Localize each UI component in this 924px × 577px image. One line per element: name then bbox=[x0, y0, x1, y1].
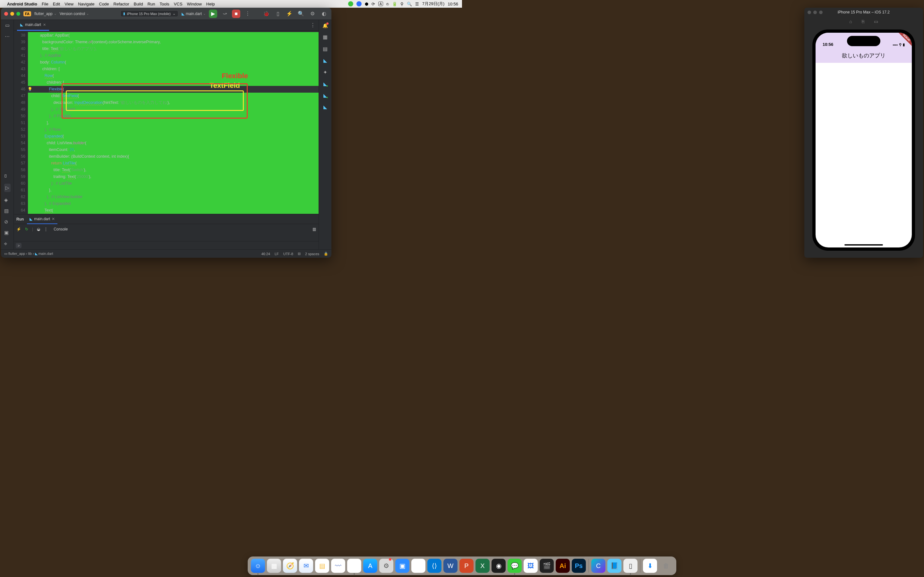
git-icon[interactable]: ⎆ bbox=[4, 241, 11, 246]
flutter-icon: ◣ bbox=[182, 11, 184, 16]
bluetooth-icon[interactable]: ⎋ bbox=[386, 2, 389, 6]
input-icon[interactable]: A bbox=[378, 2, 383, 6]
menu-navigate[interactable]: Navigate bbox=[78, 2, 94, 6]
menu-refactor[interactable]: Refactor bbox=[113, 2, 129, 6]
flutter-icon: ◣ bbox=[29, 217, 32, 221]
zoom-menubar-icon[interactable] bbox=[357, 1, 362, 6]
annotation-flexible-label: Flexible bbox=[222, 73, 248, 79]
notifications-icon[interactable]: 🔔 bbox=[322, 23, 328, 28]
flutter-inspector-icon[interactable]: ◣● bbox=[323, 81, 327, 87]
annotation-textfield-label: TextField bbox=[210, 82, 240, 89]
lock-icon[interactable]: 🔒 bbox=[324, 251, 328, 256]
rw-icon[interactable]: ⊟ bbox=[298, 251, 300, 256]
menu-code[interactable]: Code bbox=[99, 2, 109, 6]
minimize-window-icon[interactable] bbox=[10, 12, 14, 16]
problems-icon[interactable]: ⊘ bbox=[4, 219, 11, 225]
diamond-icon[interactable]: ◈ bbox=[4, 197, 11, 203]
run-breadcrumb-bar: > bbox=[14, 241, 318, 250]
flutter-tool-icon[interactable]: ◣ bbox=[323, 58, 327, 63]
chevron-right-icon[interactable]: > bbox=[16, 243, 21, 248]
close-tab-icon[interactable]: ✕ bbox=[43, 23, 46, 27]
assist-icon[interactable]: ✦ bbox=[323, 69, 327, 75]
menu-help[interactable]: Help bbox=[206, 2, 215, 6]
chevron-down-icon: ⌄ bbox=[203, 12, 206, 15]
vcs-selector[interactable]: Version control⌄ bbox=[60, 11, 89, 16]
stop-button[interactable]: ■ bbox=[232, 10, 240, 18]
more-actions-icon[interactable]: ⋮ bbox=[244, 10, 252, 18]
project-selector[interactable]: flutter_app⌄ bbox=[34, 11, 57, 16]
menu-file[interactable]: File bbox=[42, 2, 48, 6]
menu-run[interactable]: Run bbox=[148, 2, 155, 6]
device-manager-icon[interactable]: ▦ bbox=[323, 34, 328, 40]
bolt-icon[interactable]: ⚡ bbox=[285, 10, 294, 18]
layout-icon[interactable]: ▥ bbox=[312, 227, 316, 231]
search-icon[interactable]: 🔍 bbox=[297, 10, 305, 18]
tab-overflow-icon[interactable]: ⋮ bbox=[310, 22, 315, 28]
settings-icon[interactable]: ⚙ bbox=[309, 10, 317, 18]
flutter-perf-icon[interactable]: ◣ bbox=[323, 104, 327, 110]
terminal-icon[interactable]: ▣ bbox=[4, 230, 11, 235]
restart-icon[interactable]: ↻ bbox=[25, 227, 28, 231]
menu-view[interactable]: View bbox=[65, 2, 73, 6]
menu-tools[interactable]: Tools bbox=[160, 2, 170, 6]
bug-icon[interactable]: 🐞 bbox=[262, 10, 270, 18]
mac-menubar: Android Studio File Edit View Navigate C… bbox=[0, 0, 462, 8]
wifi-icon[interactable]: ⚲ bbox=[401, 2, 404, 6]
run-config-selector[interactable]: ◣ main.dart ⌄ bbox=[182, 11, 206, 16]
menubar-status-icons: ⬢ ⟳ A ⎋ 🔋 ⚲ 🔍 ☰ 7月29日(月) 10:56 bbox=[348, 1, 458, 7]
device-selector[interactable]: ▮ iPhone 15 Pro Max (mobile) ⌄ bbox=[120, 10, 178, 17]
chevron-down-icon: ⌄ bbox=[173, 11, 176, 16]
indent-setting[interactable]: 2 spaces bbox=[305, 252, 319, 256]
run-panel: Run ◣ main.dart ✕ ⚡ ↻ | ◒ ⋮ Console ▥ bbox=[14, 214, 318, 250]
more-icon[interactable]: ⋯ bbox=[5, 33, 10, 39]
spotlight-icon[interactable]: 🔍 bbox=[407, 2, 412, 6]
sync-icon[interactable]: ⟳ bbox=[372, 2, 375, 6]
account-icon[interactable]: ◐ bbox=[320, 10, 328, 18]
run-tool-label: Run bbox=[16, 217, 24, 221]
control-center-icon[interactable]: ☰ bbox=[415, 2, 419, 6]
menu-build[interactable]: Build bbox=[134, 2, 143, 6]
editor-area: ◣ main.dart ✕ ⋮ 383940 414243 444546 474… bbox=[14, 20, 318, 250]
menubar-date[interactable]: 7月29日(月) bbox=[422, 1, 444, 7]
window-controls bbox=[4, 12, 20, 16]
ide-titlebar: FA flutter_app⌄ Version control⌄ ▮ iPhon… bbox=[1, 8, 331, 20]
code-editor[interactable]: ⚠ 14 ⌃ ⌄ appBar: AppBar( backgroundColor… bbox=[28, 31, 318, 214]
link-icon[interactable]: 𐐒 bbox=[4, 173, 11, 179]
devtools-icon[interactable]: ◒ bbox=[37, 227, 40, 231]
more-icon[interactable]: ⋮ bbox=[44, 227, 48, 231]
run-tool-icon[interactable]: ▷ bbox=[4, 184, 11, 192]
debug-button[interactable]: ⤻ bbox=[220, 10, 229, 18]
hot-reload-icon[interactable]: ⚡ bbox=[16, 227, 21, 231]
hex-icon[interactable]: ⬢ bbox=[365, 2, 368, 6]
flutter-outline-icon[interactable]: ◣● bbox=[323, 93, 327, 98]
line-ending[interactable]: LF bbox=[275, 252, 279, 256]
project-badge: FA bbox=[23, 11, 31, 16]
menubar-time[interactable]: 10:56 bbox=[447, 2, 458, 6]
menu-vcs[interactable]: VCS bbox=[174, 2, 183, 6]
run-button[interactable]: ▶ bbox=[209, 10, 217, 18]
maximize-window-icon[interactable] bbox=[16, 12, 20, 16]
editor-tabs: ◣ main.dart ✕ ⋮ bbox=[14, 20, 318, 31]
close-window-icon[interactable] bbox=[4, 12, 8, 16]
battery-icon[interactable]: 🔋 bbox=[392, 2, 397, 6]
lightbulb-icon[interactable]: 💡 bbox=[28, 86, 32, 93]
encoding[interactable]: UTF-8 bbox=[283, 252, 293, 256]
android-studio-window: FA flutter_app⌄ Version control⌄ ▮ iPhon… bbox=[1, 8, 331, 258]
menu-edit[interactable]: Edit bbox=[53, 2, 60, 6]
cursor-position: 46:24 bbox=[261, 252, 270, 256]
right-tool-rail: 🔔 ▦ ▤ ◣ ✦ ◣● ◣● ◣ bbox=[318, 20, 331, 250]
menu-window[interactable]: Window bbox=[187, 2, 202, 6]
emulator-icon[interactable]: ▤ bbox=[323, 46, 328, 52]
line-menubar-icon[interactable] bbox=[348, 1, 353, 6]
breadcrumb[interactable]: ▭ flutter_app › lib › ◣ main.dart bbox=[4, 251, 53, 256]
run-tab-main[interactable]: ◣ main.dart ✕ bbox=[27, 214, 57, 224]
folder-icon[interactable]: ▭ bbox=[5, 23, 10, 28]
menubar-app-name[interactable]: Android Studio bbox=[7, 2, 37, 6]
left-tool-rail: ▭ ⋯ 𐐒 ▷ ◈ ▤ ⊘ ▣ ⎆ bbox=[1, 20, 14, 250]
tab-main-dart[interactable]: ◣ main.dart ✕ bbox=[17, 20, 49, 31]
device-icon[interactable]: ▯ bbox=[274, 10, 282, 18]
close-icon[interactable]: ✕ bbox=[52, 217, 55, 221]
chevron-down-icon: ⌄ bbox=[86, 12, 89, 15]
flutter-icon: ◣ bbox=[20, 23, 23, 27]
stack-icon[interactable]: ▤ bbox=[4, 208, 11, 214]
